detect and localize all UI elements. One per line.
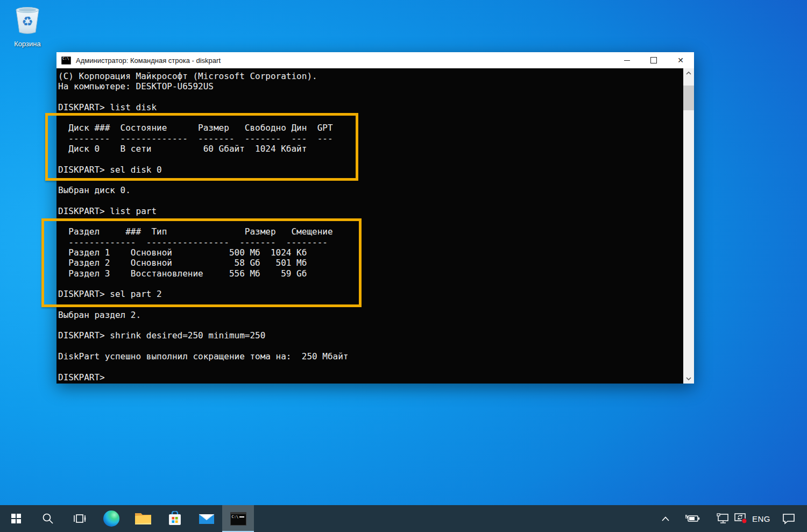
minimize-icon	[624, 60, 630, 61]
file-explorer-button[interactable]	[127, 505, 159, 532]
scrollbar[interactable]	[683, 68, 694, 384]
mail-icon	[199, 512, 215, 525]
store-icon	[167, 511, 182, 526]
window-controls: ✕	[613, 52, 694, 68]
scroll-down-arrow[interactable]	[683, 374, 694, 384]
close-button[interactable]: ✕	[667, 52, 694, 68]
battery-button[interactable]	[685, 514, 700, 523]
store-button[interactable]	[159, 505, 190, 532]
system-tray: ENG	[662, 505, 807, 532]
action-center-icon	[782, 513, 795, 524]
scrollbar-thumb[interactable]	[683, 86, 694, 110]
language-indicator[interactable]: ENG	[752, 514, 770, 523]
recycle-bin[interactable]: ♻ Корзина	[6, 4, 48, 48]
mail-button[interactable]	[190, 505, 222, 532]
console[interactable]: (C) Корпорация Майкрософт (Microsoft Cor…	[56, 68, 683, 384]
task-view-icon	[73, 513, 86, 524]
file-explorer-icon	[134, 512, 152, 526]
hidden-icons-chevron	[662, 516, 669, 521]
svg-text:♻: ♻	[22, 14, 33, 29]
cmd-taskbar-button[interactable]: C:\	[222, 505, 254, 532]
search-icon	[42, 513, 54, 524]
cmd-icon: C:\	[61, 56, 71, 65]
taskbar: C:\	[0, 505, 807, 532]
start-button[interactable]	[0, 505, 32, 532]
scroll-up-arrow[interactable]	[683, 68, 694, 78]
maximize-icon	[650, 57, 657, 63]
task-view-button[interactable]	[63, 505, 95, 532]
action-center-button[interactable]	[782, 513, 795, 524]
taskbar-buttons: C:\	[0, 505, 254, 532]
ethernet-network-icon	[717, 513, 730, 524]
edge-button[interactable]	[95, 505, 127, 532]
maximize-button[interactable]	[640, 52, 667, 68]
edge-icon	[103, 510, 119, 527]
search-button[interactable]	[32, 505, 63, 532]
cmd-icon: C:\	[230, 512, 246, 526]
close-icon: ✕	[677, 56, 684, 64]
network-button[interactable]	[717, 513, 730, 524]
display-sync-button[interactable]	[734, 513, 748, 524]
minimize-button[interactable]	[613, 52, 640, 68]
desktop: ♻ Корзина C:\ Администратор: Командная с…	[0, 0, 807, 532]
battery-charging-icon	[685, 514, 700, 523]
console-output: (C) Корпорация Майкрософт (Microsoft Cor…	[56, 68, 683, 382]
start-icon	[11, 514, 21, 523]
hidden-icons-button[interactable]	[662, 516, 669, 521]
cmd-window: C:\ Администратор: Командная строка - di…	[56, 52, 694, 384]
window-title: Администратор: Командная строка - diskpa…	[76, 56, 221, 65]
recycle-bin-icon: ♻	[12, 4, 43, 37]
display-sync-alert-icon	[734, 513, 748, 524]
titlebar[interactable]: C:\ Администратор: Командная строка - di…	[56, 52, 694, 68]
recycle-bin-label: Корзина	[6, 40, 48, 48]
